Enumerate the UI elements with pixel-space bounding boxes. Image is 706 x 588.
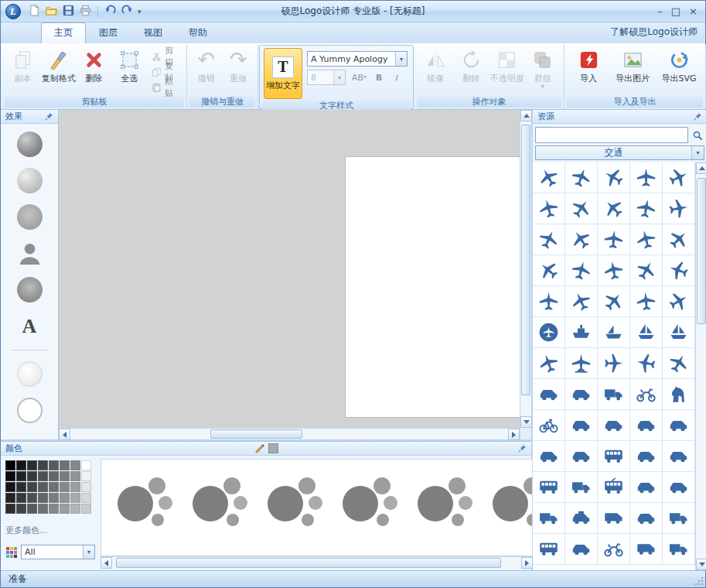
resource-item-car[interactable] <box>598 410 630 441</box>
resource-item-truck[interactable] <box>663 503 695 534</box>
maximize-button[interactable]: □ <box>671 6 680 16</box>
resource-item-plane[interactable] <box>630 348 663 379</box>
color-swatch[interactable] <box>70 493 80 503</box>
color-swatch[interactable] <box>38 471 48 481</box>
resource-item-glider[interactable] <box>630 224 663 255</box>
color-swatch[interactable] <box>81 482 91 492</box>
resource-item-plane[interactable] <box>663 162 695 193</box>
effect-item-sphere-dark[interactable] <box>17 132 43 157</box>
color-swatch[interactable] <box>38 482 48 492</box>
color-swatch[interactable] <box>38 493 48 503</box>
color-swatch[interactable] <box>49 471 59 481</box>
color-swatch[interactable] <box>5 471 15 481</box>
format-brush-button[interactable]: 复制格式 <box>42 47 76 84</box>
tab-view[interactable]: 视图 <box>131 22 176 43</box>
resource-item-plane[interactable] <box>598 255 630 286</box>
resource-item-car[interactable] <box>565 534 598 565</box>
resource-item-plane[interactable] <box>663 224 695 255</box>
resource-item-car[interactable] <box>663 441 695 472</box>
resource-item-globe-plane[interactable] <box>533 317 565 348</box>
color-swatch[interactable] <box>49 493 59 503</box>
color-swatch[interactable] <box>81 504 91 514</box>
scroll-left-button[interactable] <box>59 429 70 440</box>
resource-search-input[interactable] <box>535 127 688 143</box>
resource-item-plane[interactable] <box>630 162 663 193</box>
save-button[interactable] <box>61 4 76 19</box>
resource-item-ship[interactable] <box>565 317 598 348</box>
resource-item-car[interactable] <box>630 441 663 472</box>
resource-item-boat[interactable] <box>598 317 630 348</box>
chevron-down-icon[interactable]: ▾ <box>691 146 704 159</box>
color-scheme-icon[interactable] <box>5 546 18 559</box>
resource-item-bus[interactable] <box>533 472 565 503</box>
print-button[interactable] <box>78 4 93 19</box>
font-size-select[interactable]: 8 ▾ <box>307 70 346 85</box>
resources-vertical-scrollbar[interactable] <box>695 162 706 570</box>
resource-item-motorcycle[interactable] <box>630 379 663 410</box>
resource-item-bicycle[interactable] <box>533 410 565 441</box>
resource-item-car[interactable] <box>630 503 663 534</box>
scroll-thumb[interactable] <box>210 429 302 439</box>
open-folder-button[interactable] <box>44 4 59 19</box>
color-swatch[interactable] <box>81 460 91 470</box>
color-swatch[interactable] <box>5 460 15 470</box>
close-button[interactable]: × <box>689 6 697 16</box>
chevron-down-icon[interactable]: ▾ <box>333 70 345 84</box>
color-swatch[interactable] <box>27 471 37 481</box>
paste-button[interactable]: 粘贴 <box>149 80 182 94</box>
resource-item-plane[interactable] <box>630 193 663 224</box>
resource-item-plane[interactable] <box>663 348 695 379</box>
resource-item-car[interactable] <box>663 410 695 441</box>
delete-button[interactable]: 删除 <box>77 47 111 84</box>
color-swatch[interactable] <box>27 460 37 470</box>
select-all-button[interactable]: 全选 <box>112 47 146 84</box>
resource-item-plane[interactable] <box>663 193 695 224</box>
group-button[interactable]: 群组 ▾ <box>526 47 560 89</box>
current-color-swatch[interactable] <box>268 443 278 453</box>
duplicate-button[interactable]: 副本 <box>6 47 40 84</box>
resource-item-car[interactable] <box>663 472 695 503</box>
resource-item-tram[interactable] <box>598 472 630 503</box>
resource-item-plane[interactable] <box>565 162 598 193</box>
resource-item-van[interactable] <box>630 534 663 565</box>
resource-item-plane[interactable] <box>565 224 598 255</box>
resource-item-car[interactable] <box>533 379 565 410</box>
effect-item-person-silhouette[interactable] <box>17 241 43 266</box>
undo-button[interactable]: ↶ 撤销 <box>191 47 222 84</box>
effect-item-circle-outline[interactable] <box>17 398 43 423</box>
pin-icon[interactable] <box>694 112 702 121</box>
resource-item-plane[interactable] <box>630 255 663 286</box>
resource-item-car[interactable] <box>565 379 598 410</box>
scroll-up-button[interactable] <box>520 110 532 121</box>
tab-help[interactable]: 帮助 <box>176 22 220 43</box>
pin-icon[interactable] <box>45 112 53 121</box>
color-swatch[interactable] <box>16 504 26 514</box>
effect-item-sphere-flat[interactable] <box>17 204 43 230</box>
italic-button[interactable]: I <box>389 70 404 84</box>
color-swatch[interactable] <box>70 460 80 470</box>
resource-item-plane[interactable] <box>565 286 598 317</box>
color-swatch[interactable] <box>5 482 15 492</box>
undo-button[interactable] <box>103 4 118 19</box>
resource-item-car[interactable] <box>533 441 565 472</box>
resize-grip[interactable] <box>694 576 704 586</box>
canvas-viewport[interactable] <box>59 110 520 428</box>
resource-item-taxi[interactable] <box>565 503 598 534</box>
resource-item-plane[interactable] <box>533 286 565 317</box>
resource-item-plane[interactable] <box>533 224 565 255</box>
pencil-icon[interactable] <box>255 443 265 453</box>
scroll-left-button[interactable] <box>101 557 112 569</box>
color-swatch[interactable] <box>16 493 26 503</box>
color-swatch[interactable] <box>27 482 37 492</box>
chevron-down-icon[interactable]: ▾ <box>83 545 94 559</box>
resource-item-plane[interactable] <box>533 348 565 379</box>
font-family-select[interactable]: A Yummy Apology ▾ <box>307 51 408 67</box>
color-scheme-select[interactable]: All ▾ <box>21 545 95 559</box>
scroll-thumb[interactable] <box>697 178 706 324</box>
resource-item-truck[interactable] <box>663 534 695 565</box>
resource-item-plane[interactable] <box>598 193 630 224</box>
resource-item-bus[interactable] <box>598 441 630 472</box>
export-svg-button[interactable]: 导出SVG <box>657 47 701 84</box>
resource-item-car[interactable] <box>630 472 663 503</box>
tab-home[interactable]: 主页 <box>41 22 86 43</box>
